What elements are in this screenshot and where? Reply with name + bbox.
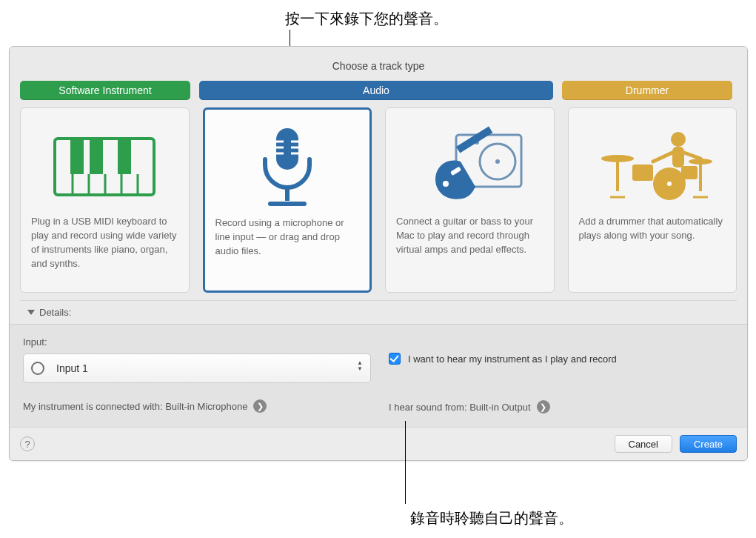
details-disclosure[interactable]: Details:: [20, 300, 737, 324]
svg-rect-27: [672, 147, 684, 167]
svg-rect-37: [681, 166, 698, 179]
updown-caret-icon: ▲▼: [357, 360, 363, 372]
track-type-cards: Plug in a USB MIDI keyboard to play and …: [20, 107, 737, 293]
tab-audio[interactable]: Audio: [199, 81, 553, 100]
annotation-bottom: 錄音時聆聽自己的聲音。: [410, 508, 573, 528]
microphone-icon: [215, 120, 360, 216]
guitar-amp-icon: [396, 119, 543, 215]
input-select[interactable]: Input 1 ▲▼: [23, 353, 371, 383]
create-button[interactable]: Create: [680, 435, 737, 453]
card-software-instrument[interactable]: Plug in a USB MIDI keyboard to play and …: [20, 107, 190, 293]
svg-point-26: [671, 132, 686, 147]
svg-rect-1: [70, 139, 84, 174]
track-type-tabs: Software Instrument Audio Drummer: [20, 81, 737, 100]
svg-rect-34: [632, 165, 653, 181]
tab-drummer[interactable]: Drummer: [562, 81, 732, 100]
card-desc: Record using a microphone or line input …: [215, 216, 360, 259]
callout-line-bottom: [405, 421, 406, 504]
connected-with-text: My instrument is connected with: Built-i…: [23, 401, 247, 412]
input-label: Input:: [23, 336, 371, 348]
svg-rect-23: [456, 126, 492, 153]
card-drummer[interactable]: Add a drummer that automatically plays a…: [568, 107, 737, 293]
svg-line-29: [684, 153, 700, 159]
card-desc: Connect a guitar or bass to your Mac to …: [396, 215, 543, 257]
card-desc: Plug in a USB MIDI keyboard to play and …: [31, 215, 178, 270]
details-label: Details:: [39, 307, 71, 318]
svg-rect-2: [90, 139, 103, 174]
new-track-panel: Choose a track type Software Instrument …: [9, 46, 748, 461]
panel-top: Choose a track type Software Instrument …: [10, 47, 747, 324]
card-guitar-amp[interactable]: Connect a guitar or bass to your Mac to …: [385, 107, 555, 293]
annotation-top: 按一下來錄下您的聲音。: [285, 9, 448, 29]
output-device-settings-button[interactable]: ❯: [537, 400, 550, 414]
cancel-button[interactable]: Cancel: [615, 435, 672, 453]
piano-keys-icon: [31, 119, 178, 215]
svg-rect-9: [276, 128, 298, 170]
monitoring-checkbox[interactable]: [389, 353, 401, 365]
svg-line-28: [653, 153, 672, 162]
chevron-down-icon: [27, 310, 35, 315]
monitoring-checkbox-label: I want to hear my instrument as I play a…: [408, 353, 617, 365]
svg-point-24: [443, 181, 449, 187]
tab-software-instrument[interactable]: Software Instrument: [20, 81, 190, 100]
card-microphone[interactable]: Record using a microphone or line input …: [203, 107, 372, 293]
svg-point-36: [667, 182, 672, 186]
drummer-icon: [579, 119, 726, 215]
card-desc: Add a drummer that automatically plays a…: [579, 215, 726, 243]
input-channel-icon: [31, 362, 44, 375]
panel-title: Choose a track type: [20, 60, 737, 72]
panel-footer: ? Cancel Create: [10, 427, 747, 460]
details-body: Input: Input 1 ▲▼ My instrument is conne…: [10, 324, 747, 427]
input-select-value: Input 1: [56, 362, 88, 374]
svg-point-20: [495, 159, 500, 164]
input-device-settings-button[interactable]: ❯: [253, 399, 267, 413]
svg-rect-3: [118, 139, 131, 174]
help-button[interactable]: ?: [20, 436, 35, 451]
output-device-text: I hear sound from: Built-in Output: [389, 402, 531, 413]
